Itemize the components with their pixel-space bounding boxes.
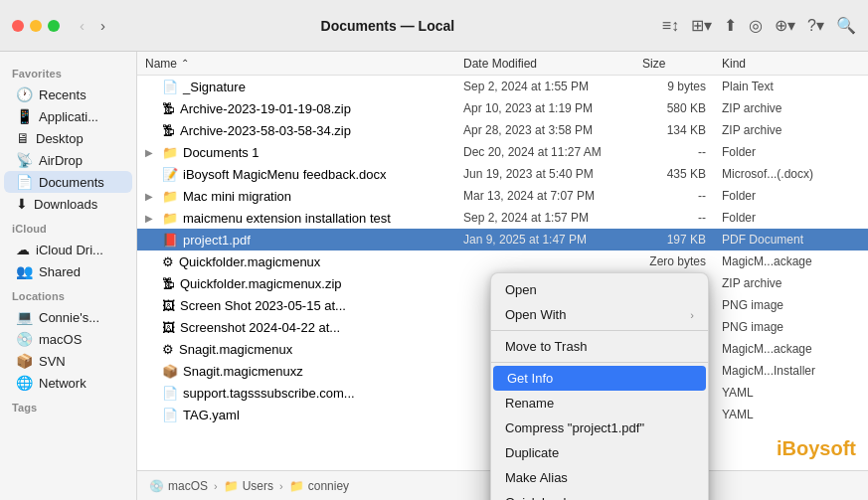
downloads-icon: ⬇: [16, 196, 28, 212]
file-icon: 🗜: [162, 101, 175, 116]
sidebar-label-macos: macOS: [39, 332, 82, 347]
sidebar-label-downloads: Downloads: [34, 197, 97, 212]
sidebar-item-svn[interactable]: 📦 SVN: [4, 350, 132, 372]
ctx-open[interactable]: Open: [491, 277, 708, 302]
table-row[interactable]: 📕project1.pdf Jan 9, 2025 at 1:47 PM 197…: [137, 229, 868, 250]
traffic-lights: [12, 20, 60, 32]
sidebar-item-recents[interactable]: 🕐 Recents: [4, 83, 132, 105]
grid-view-icon[interactable]: ⊞▾: [691, 16, 712, 35]
col-header-name[interactable]: Name ⌃: [137, 57, 455, 71]
table-row[interactable]: 📝iBoysoft MagicMenu feedback.docx Jun 19…: [137, 163, 868, 185]
breadcrumb-separator-2: ›: [279, 480, 283, 492]
sidebar-label-desktop: Desktop: [36, 131, 84, 146]
breadcrumb-users[interactable]: 📁 Users: [224, 479, 273, 493]
ctx-rename[interactable]: Rename: [491, 391, 708, 416]
sidebar-item-icloud-drive[interactable]: ☁ iCloud Dri...: [4, 239, 132, 260]
sidebar-item-network[interactable]: 🌐 Network: [4, 372, 132, 394]
sidebar-label-recents: Recents: [39, 87, 87, 102]
folder-icon: 📁: [289, 479, 304, 493]
table-row[interactable]: 🗜Archive-2023-58-03-58-34.zip Apr 28, 20…: [137, 119, 868, 141]
sidebar-label-icloud-drive: iCloud Dri...: [36, 243, 103, 257]
connies-icon: 💻: [16, 309, 33, 325]
search-icon[interactable]: 🔍: [836, 16, 856, 35]
applications-icon: 📱: [16, 108, 33, 124]
svn-icon: 📦: [16, 353, 33, 369]
sidebar-label-documents: Documents: [39, 175, 104, 190]
shared-icon: 👥: [16, 263, 33, 279]
tag-icon[interactable]: ◎: [749, 16, 763, 35]
col-header-kind[interactable]: Kind: [714, 57, 868, 71]
table-row[interactable]: 🗜Archive-2023-19-01-19-08.zip Apr 10, 20…: [137, 97, 868, 119]
table-row[interactable]: ▶📁Documents 1 Dec 20, 2024 at 11:27 AM -…: [137, 141, 868, 163]
sidebar-item-airdrop[interactable]: 📡 AirDrop: [4, 149, 132, 171]
col-header-size[interactable]: Size: [634, 57, 714, 71]
column-headers: Name ⌃ Date Modified Size Kind: [137, 52, 868, 76]
sidebar-label-network: Network: [39, 376, 87, 391]
ctx-open-with[interactable]: Open With ›: [491, 302, 708, 327]
iboysoft-logo: iBoysoft: [777, 437, 856, 460]
list-view-icon[interactable]: ≡↕: [662, 17, 679, 35]
share-icon[interactable]: ⬆: [724, 16, 737, 35]
question-icon[interactable]: ?▾: [807, 16, 824, 35]
content-area: Name ⌃ Date Modified Size Kind 📄_Signatu…: [137, 52, 868, 500]
sidebar-item-connies[interactable]: 💻 Connie's...: [4, 306, 132, 328]
pdf-icon: 📕: [162, 233, 178, 248]
sidebar-item-downloads[interactable]: ⬇ Downloads: [4, 193, 132, 215]
ctx-separator-2: [491, 362, 708, 363]
file-icon: ⚙: [162, 342, 174, 357]
context-menu: Open Open With › Move to Trash Get Info …: [490, 272, 709, 500]
more-icon[interactable]: ⊕▾: [775, 16, 795, 35]
icloud-label: iCloud: [0, 215, 136, 239]
file-icon: 📄: [162, 80, 178, 94]
sidebar: Favorites 🕐 Recents 📱 Applicati... 🖥 Des…: [0, 52, 137, 500]
folder-icon: 📁: [162, 189, 178, 204]
table-row[interactable]: ⚙Quickfolder.magicmenux Zero bytes Magic…: [137, 250, 868, 272]
sidebar-item-applications[interactable]: 📱 Applicati...: [4, 105, 132, 127]
ctx-compress[interactable]: Compress "project1.pdf": [491, 416, 708, 440]
ctx-separator-1: [491, 330, 708, 331]
minimize-button[interactable]: [30, 20, 42, 32]
maximize-button[interactable]: [48, 20, 60, 32]
ctx-duplicate[interactable]: Duplicate: [491, 440, 708, 465]
desktop-icon: 🖥: [16, 130, 30, 146]
folder-icon: 📁: [224, 479, 239, 493]
locations-label: Locations: [0, 282, 136, 306]
sidebar-item-desktop[interactable]: 🖥 Desktop: [4, 127, 132, 149]
ctx-quick-look[interactable]: Quick Look: [491, 490, 708, 500]
ctx-move-to-trash[interactable]: Move to Trash: [491, 334, 708, 359]
folder-icon: 📁: [162, 211, 178, 226]
folder-icon: 📁: [162, 145, 178, 160]
main-layout: Favorites 🕐 Recents 📱 Applicati... 🖥 Des…: [0, 52, 868, 500]
breadcrumb-separator: ›: [214, 480, 218, 492]
file-icon: 📄: [162, 386, 178, 401]
table-row[interactable]: ▶📁maicmenu extension installation test S…: [137, 207, 868, 229]
sidebar-item-documents[interactable]: 📄 Documents: [4, 171, 132, 193]
table-row[interactable]: 📄_Signature Sep 2, 2024 at 1:55 PM 9 byt…: [137, 76, 868, 97]
sidebar-label-svn: SVN: [39, 354, 66, 369]
file-icon: 🗜: [162, 276, 175, 291]
breadcrumb-macos[interactable]: 💿 macOS: [149, 479, 208, 493]
airdrop-icon: 📡: [16, 152, 33, 168]
ctx-get-info[interactable]: Get Info: [493, 366, 706, 391]
breadcrumb-conniey[interactable]: 📁 conniey: [289, 479, 349, 493]
file-icon: 📦: [162, 364, 178, 379]
forward-button[interactable]: ›: [96, 15, 109, 36]
tags-label: Tags: [0, 394, 136, 417]
table-row[interactable]: ▶📁Mac mini migration Mar 13, 2024 at 7:0…: [137, 185, 868, 207]
icloud-drive-icon: ☁: [16, 242, 30, 257]
breadcrumb-label: macOS: [168, 479, 208, 493]
col-header-date[interactable]: Date Modified: [455, 57, 634, 71]
sidebar-item-shared[interactable]: 👥 Shared: [4, 260, 132, 282]
close-button[interactable]: [12, 20, 24, 32]
ctx-make-alias[interactable]: Make Alias: [491, 465, 708, 490]
file-icon: 🖼: [162, 320, 175, 335]
window-title: Documents — Local: [121, 18, 654, 34]
sidebar-label-airdrop: AirDrop: [39, 153, 83, 168]
sidebar-label-applications: Applicati...: [39, 109, 98, 124]
sidebar-label-shared: Shared: [39, 264, 81, 279]
recents-icon: 🕐: [16, 86, 33, 102]
documents-icon: 📄: [16, 174, 33, 190]
back-button[interactable]: ‹: [76, 15, 88, 36]
breadcrumb-label: Users: [243, 479, 273, 493]
sidebar-item-macos[interactable]: 💿 macOS: [4, 328, 132, 350]
